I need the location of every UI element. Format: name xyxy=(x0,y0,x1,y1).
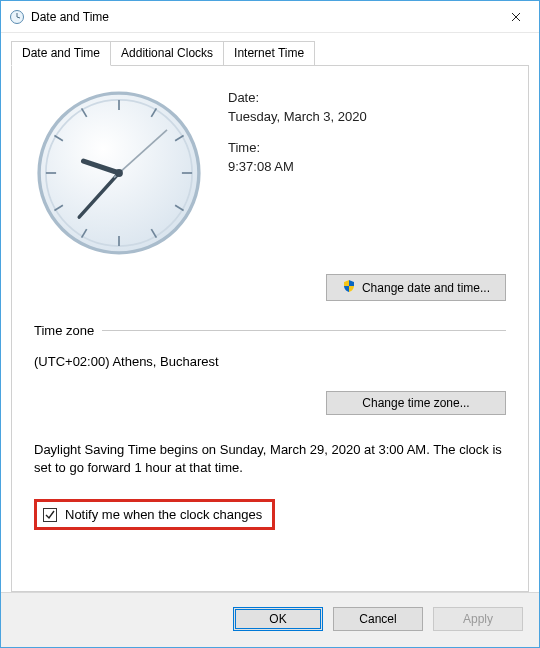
datetime-app-icon xyxy=(9,9,25,25)
time-value: 9:37:08 AM xyxy=(228,159,506,174)
notify-checkbox[interactable] xyxy=(43,508,57,522)
timezone-value: (UTC+02:00) Athens, Bucharest xyxy=(34,354,506,369)
apply-button: Apply xyxy=(433,607,523,631)
tab-additional-clocks[interactable]: Additional Clocks xyxy=(110,41,224,66)
cancel-button[interactable]: Cancel xyxy=(333,607,423,631)
ok-button[interactable]: OK xyxy=(233,607,323,631)
uac-shield-icon xyxy=(342,279,356,296)
change-timezone-button[interactable]: Change time zone... xyxy=(326,391,506,415)
date-label: Date: xyxy=(228,90,506,105)
close-button[interactable] xyxy=(493,1,539,32)
svg-point-20 xyxy=(115,169,123,177)
dialog-footer: OK Cancel Apply xyxy=(1,592,539,647)
tab-internet-time[interactable]: Internet Time xyxy=(223,41,315,66)
dst-info-text: Daylight Saving Time begins on Sunday, M… xyxy=(34,441,506,477)
notify-clock-changes-highlight: Notify me when the clock changes xyxy=(34,499,275,530)
titlebar: Date and Time xyxy=(1,1,539,33)
tab-date-and-time[interactable]: Date and Time xyxy=(11,41,111,66)
divider xyxy=(102,330,506,331)
change-timezone-label: Change time zone... xyxy=(362,396,469,410)
window-title: Date and Time xyxy=(31,10,493,24)
timezone-section-label: Time zone xyxy=(34,323,94,338)
dialog-body: Date and Time Additional Clocks Internet… xyxy=(1,33,539,592)
time-label: Time: xyxy=(228,140,506,155)
tabstrip: Date and Time Additional Clocks Internet… xyxy=(11,41,529,66)
change-date-time-label: Change date and time... xyxy=(362,281,490,295)
notify-checkbox-label[interactable]: Notify me when the clock changes xyxy=(65,507,262,522)
analog-clock xyxy=(34,88,204,258)
tabpanel-date-and-time: Date: Tuesday, March 3, 2020 Time: 9:37:… xyxy=(11,65,529,592)
change-date-time-button[interactable]: Change date and time... xyxy=(326,274,506,301)
date-value: Tuesday, March 3, 2020 xyxy=(228,109,506,124)
